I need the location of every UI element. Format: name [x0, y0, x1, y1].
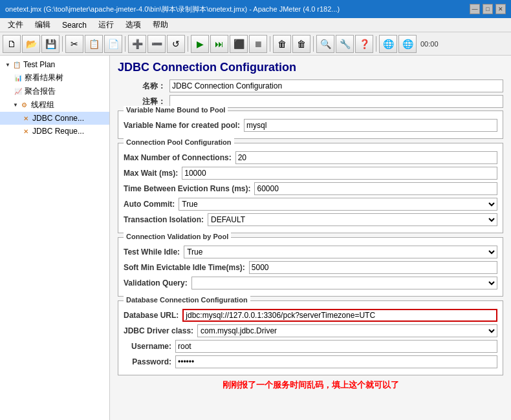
toolbar: 🗋 📂 💾 ✂ 📋 📄 ➕ ➖ ↺ ▶ ⏭ ⬛ ⏹ 🗑 🗑 🔍 🔧 ❓ 🌐 🌐 …	[0, 32, 511, 56]
separator-2	[125, 36, 125, 52]
separator-6	[376, 36, 376, 52]
connection-pool-content: Max Number of Connections: Max Wait (ms)…	[118, 143, 503, 233]
thread-group-icon: ⚙	[19, 100, 30, 110]
remote-stop-button[interactable]: 🌐	[398, 35, 417, 53]
password-input[interactable]	[175, 355, 497, 368]
soft-min-idle-input[interactable]	[249, 261, 497, 274]
validation-query-select[interactable]	[191, 277, 497, 289]
validation-query-label: Validation Query:	[124, 278, 191, 288]
new-button[interactable]: 🗋	[3, 35, 21, 53]
tree-label-test-plan: Test Plan	[23, 60, 55, 69]
separator-4	[270, 36, 270, 52]
menu-help[interactable]: 帮助	[147, 18, 173, 32]
transaction-isolation-row: Transaction Isolation: DEFAULT TRANSACTI…	[124, 213, 497, 226]
database-url-input[interactable]	[182, 309, 497, 322]
tree-item-thread-group[interactable]: ▼ ⚙ 线程组	[0, 98, 109, 112]
password-label: Password:	[124, 357, 175, 366]
stop-button[interactable]: ⬛	[230, 35, 248, 53]
title-text: onetext.jmx (G:\tool\jmeter\apache-jmete…	[5, 5, 340, 14]
max-connections-label: Max Number of Connections:	[124, 153, 235, 162]
username-row: Username:	[124, 340, 497, 353]
expand-icon: ▼	[5, 62, 10, 68]
connection-validation-content: Test While Idle: True False Soft Min Evi…	[118, 238, 503, 296]
transaction-isolation-select[interactable]: DEFAULT TRANSACTION_COMMITTED TRANSACTIO…	[208, 213, 497, 226]
remote-start-button[interactable]: 🌐	[379, 35, 397, 53]
tree-item-test-plan[interactable]: ▼ 📋 Test Plan	[0, 58, 109, 71]
close-button[interactable]: ✕	[495, 4, 506, 14]
jdbc-driver-select[interactable]: com.mysql.jdbc.Driver	[197, 324, 497, 337]
shutdown-button[interactable]: ⏹	[249, 35, 267, 53]
start-button[interactable]: ▶	[191, 35, 209, 53]
eviction-runs-row: Time Between Eviction Runs (ms):	[124, 182, 497, 195]
connection-pool-legend: Connection Pool Configuration	[124, 138, 234, 146]
variable-pool-input[interactable]	[244, 119, 497, 132]
tree-label-thread-group: 线程组	[31, 100, 54, 110]
variable-pool-section: Variable Name Bound to Pool Variable Nam…	[118, 110, 503, 139]
auto-commit-select[interactable]: True False	[179, 198, 497, 211]
variable-pool-content: Variable Name for created pool:	[118, 111, 503, 138]
clear-button[interactable]: 🗑	[273, 35, 291, 53]
variable-pool-label: Variable Name for created pool:	[124, 121, 244, 130]
menu-bar: 文件 编辑 Search 运行 选项 帮助	[0, 18, 511, 32]
functions-button[interactable]: 🔧	[336, 35, 354, 53]
search-toolbar-button[interactable]: 🔍	[316, 35, 334, 53]
name-input[interactable]	[169, 79, 503, 92]
database-url-row: Database URL:	[124, 309, 497, 322]
auto-commit-label: Auto Commit:	[124, 200, 179, 209]
eviction-runs-input[interactable]	[254, 182, 497, 195]
window-controls[interactable]: — □ ✕	[470, 4, 506, 14]
tree-label-jdbc-conn: JDBC Conne...	[32, 114, 84, 123]
start-no-pause-button[interactable]: ⏭	[210, 35, 228, 53]
paste-button[interactable]: 📄	[104, 35, 122, 53]
copy-button[interactable]: 📋	[85, 35, 103, 53]
test-plan-icon: 📋	[12, 59, 22, 70]
main-layout: ▼ 📋 Test Plan 📊 察看结果树 📈 聚合报告 ▼ ⚙ 线程组 ✕ J…	[0, 56, 511, 420]
test-while-idle-label: Test While Idle:	[124, 247, 184, 257]
help-toolbar-button[interactable]: ❓	[355, 35, 373, 53]
comment-label: 注释：	[118, 96, 169, 107]
clear-all-button[interactable]: 🗑	[292, 35, 310, 53]
tree-panel: ▼ 📋 Test Plan 📊 察看结果树 📈 聚合报告 ▼ ⚙ 线程组 ✕ J…	[0, 56, 110, 420]
expand-button[interactable]: ➕	[128, 35, 146, 53]
tree-label-aggregate-report: 聚合报告	[25, 86, 56, 97]
tree-item-view-results[interactable]: 📊 察看结果树	[0, 71, 109, 85]
menu-edit[interactable]: 编辑	[30, 18, 56, 32]
timer-display: 00:00	[420, 40, 439, 48]
separator-5	[313, 36, 314, 52]
menu-search[interactable]: Search	[57, 19, 92, 31]
username-input[interactable]	[175, 340, 497, 353]
minimize-button[interactable]: —	[470, 4, 480, 14]
view-results-icon: 📊	[13, 73, 23, 83]
tree-label-view-results: 察看结果树	[25, 72, 63, 83]
max-connections-row: Max Number of Connections:	[124, 151, 497, 164]
menu-run[interactable]: 运行	[93, 18, 119, 32]
menu-file[interactable]: 文件	[3, 18, 28, 32]
max-wait-input[interactable]	[182, 167, 497, 180]
max-wait-label: Max Wait (ms):	[124, 169, 182, 178]
username-label: Username:	[124, 342, 175, 351]
reset-button[interactable]: ↺	[167, 35, 185, 53]
connection-validation-legend: Connection Validation by Pool	[124, 233, 231, 240]
test-while-idle-select[interactable]: True False	[184, 246, 497, 258]
test-while-idle-row: Test While Idle: True False	[124, 246, 497, 258]
tree-label-jdbc-req: JDBC Reque...	[32, 127, 84, 136]
separator-1	[62, 36, 63, 52]
eviction-runs-label: Time Between Eviction Runs (ms):	[124, 184, 254, 193]
cut-button[interactable]: ✂	[65, 35, 83, 53]
tree-item-aggregate-report[interactable]: 📈 聚合报告	[0, 85, 109, 98]
database-url-label: Database URL:	[124, 311, 182, 320]
name-label: 名称：	[118, 81, 169, 92]
tree-item-jdbc-conn[interactable]: ✕ JDBC Conne...	[0, 112, 109, 125]
tree-item-jdbc-req[interactable]: ✕ JDBC Reque...	[0, 125, 109, 138]
save-button[interactable]: 💾	[41, 35, 60, 53]
maximize-button[interactable]: □	[483, 4, 493, 14]
max-connections-input[interactable]	[235, 151, 497, 164]
collapse-button[interactable]: ➖	[147, 35, 166, 53]
jdbc-driver-row: JDBC Driver class: com.mysql.jdbc.Driver	[124, 324, 497, 337]
password-row: Password:	[124, 355, 497, 368]
open-button[interactable]: 📂	[22, 35, 40, 53]
database-connection-legend: Database Connection Configuration	[124, 296, 250, 304]
aggregate-report-icon: 📈	[13, 87, 23, 97]
menu-options[interactable]: 选项	[120, 18, 146, 32]
database-connection-section: Database Connection Configuration Databa…	[118, 300, 503, 375]
